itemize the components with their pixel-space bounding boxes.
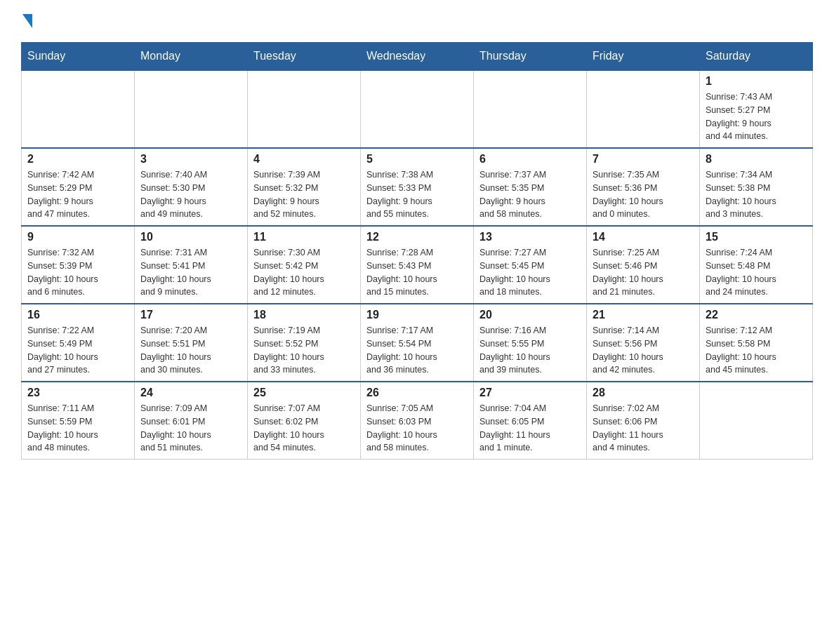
calendar-cell: 8Sunrise: 7:34 AM Sunset: 5:38 PM Daylig…	[700, 148, 813, 226]
calendar-cell: 5Sunrise: 7:38 AM Sunset: 5:33 PM Daylig…	[361, 148, 474, 226]
calendar-cell	[135, 70, 248, 148]
calendar-cell: 4Sunrise: 7:39 AM Sunset: 5:32 PM Daylig…	[248, 148, 361, 226]
calendar-cell	[700, 382, 813, 459]
day-info: Sunrise: 7:19 AM Sunset: 5:52 PM Dayligh…	[253, 324, 355, 377]
calendar-cell: 2Sunrise: 7:42 AM Sunset: 5:29 PM Daylig…	[22, 148, 135, 226]
calendar-cell	[22, 70, 135, 148]
weekday-header-wednesday: Wednesday	[361, 43, 474, 71]
day-number: 18	[253, 309, 355, 321]
weekday-header-tuesday: Tuesday	[248, 43, 361, 71]
calendar-cell: 18Sunrise: 7:19 AM Sunset: 5:52 PM Dayli…	[248, 304, 361, 382]
day-info: Sunrise: 7:05 AM Sunset: 6:03 PM Dayligh…	[366, 402, 468, 455]
day-number: 24	[140, 387, 241, 399]
weekday-header-row: SundayMondayTuesdayWednesdayThursdayFrid…	[22, 43, 813, 71]
weekday-header-saturday: Saturday	[700, 43, 813, 71]
day-number: 3	[140, 153, 241, 166]
calendar-cell: 12Sunrise: 7:28 AM Sunset: 5:43 PM Dayli…	[361, 226, 474, 304]
calendar-cell: 10Sunrise: 7:31 AM Sunset: 5:41 PM Dayli…	[135, 226, 248, 304]
calendar-cell: 19Sunrise: 7:17 AM Sunset: 5:54 PM Dayli…	[361, 304, 474, 382]
logo-arrow-icon	[22, 14, 32, 28]
day-info: Sunrise: 7:09 AM Sunset: 6:01 PM Dayligh…	[140, 402, 241, 455]
day-number: 17	[140, 309, 241, 321]
day-info: Sunrise: 7:34 AM Sunset: 5:38 PM Dayligh…	[706, 168, 807, 221]
day-number: 14	[593, 231, 694, 243]
day-info: Sunrise: 7:22 AM Sunset: 5:49 PM Dayligh…	[27, 324, 128, 377]
calendar-cell: 13Sunrise: 7:27 AM Sunset: 5:45 PM Dayli…	[474, 226, 587, 304]
day-info: Sunrise: 7:25 AM Sunset: 5:46 PM Dayligh…	[593, 246, 694, 299]
calendar-cell: 11Sunrise: 7:30 AM Sunset: 5:42 PM Dayli…	[248, 226, 361, 304]
calendar-table: SundayMondayTuesdayWednesdayThursdayFrid…	[21, 42, 813, 459]
calendar-week-4: 16Sunrise: 7:22 AM Sunset: 5:49 PM Dayli…	[22, 304, 813, 382]
day-number: 8	[706, 153, 807, 166]
calendar-week-1: 1Sunrise: 7:43 AM Sunset: 5:27 PM Daylig…	[22, 70, 813, 148]
calendar-cell	[248, 70, 361, 148]
weekday-header-sunday: Sunday	[22, 43, 135, 71]
day-info: Sunrise: 7:42 AM Sunset: 5:29 PM Dayligh…	[27, 168, 128, 221]
calendar-week-3: 9Sunrise: 7:32 AM Sunset: 5:39 PM Daylig…	[22, 226, 813, 304]
calendar-cell: 3Sunrise: 7:40 AM Sunset: 5:30 PM Daylig…	[135, 148, 248, 226]
day-number: 26	[366, 387, 468, 399]
day-number: 6	[479, 153, 581, 166]
calendar-cell: 22Sunrise: 7:12 AM Sunset: 5:58 PM Dayli…	[700, 304, 813, 382]
day-info: Sunrise: 7:27 AM Sunset: 5:45 PM Dayligh…	[479, 246, 581, 299]
calendar-cell: 28Sunrise: 7:02 AM Sunset: 6:06 PM Dayli…	[587, 382, 700, 459]
day-info: Sunrise: 7:12 AM Sunset: 5:58 PM Dayligh…	[706, 324, 807, 377]
day-number: 11	[253, 231, 355, 243]
calendar-cell	[474, 70, 587, 148]
calendar-cell: 1Sunrise: 7:43 AM Sunset: 5:27 PM Daylig…	[700, 70, 813, 148]
day-info: Sunrise: 7:28 AM Sunset: 5:43 PM Dayligh…	[366, 246, 468, 299]
day-info: Sunrise: 7:35 AM Sunset: 5:36 PM Dayligh…	[593, 168, 694, 221]
day-number: 1	[706, 75, 807, 88]
calendar-cell: 15Sunrise: 7:24 AM Sunset: 5:48 PM Dayli…	[700, 226, 813, 304]
day-number: 5	[366, 153, 468, 166]
day-number: 15	[706, 231, 807, 243]
day-info: Sunrise: 7:20 AM Sunset: 5:51 PM Dayligh…	[140, 324, 241, 377]
day-number: 16	[27, 309, 128, 321]
day-number: 20	[479, 309, 581, 321]
day-number: 28	[593, 387, 694, 399]
calendar-cell: 20Sunrise: 7:16 AM Sunset: 5:55 PM Dayli…	[474, 304, 587, 382]
day-info: Sunrise: 7:24 AM Sunset: 5:48 PM Dayligh…	[706, 246, 807, 299]
day-info: Sunrise: 7:38 AM Sunset: 5:33 PM Dayligh…	[366, 168, 468, 221]
page-header	[21, 14, 813, 28]
day-number: 7	[593, 153, 694, 166]
day-info: Sunrise: 7:04 AM Sunset: 6:05 PM Dayligh…	[479, 402, 581, 455]
day-info: Sunrise: 7:02 AM Sunset: 6:06 PM Dayligh…	[593, 402, 694, 455]
calendar-week-5: 23Sunrise: 7:11 AM Sunset: 5:59 PM Dayli…	[22, 382, 813, 459]
day-number: 23	[27, 387, 128, 399]
calendar-cell	[361, 70, 474, 148]
day-info: Sunrise: 7:39 AM Sunset: 5:32 PM Dayligh…	[253, 168, 355, 221]
calendar-cell: 24Sunrise: 7:09 AM Sunset: 6:01 PM Dayli…	[135, 382, 248, 459]
day-number: 21	[593, 309, 694, 321]
calendar-cell: 6Sunrise: 7:37 AM Sunset: 5:35 PM Daylig…	[474, 148, 587, 226]
day-info: Sunrise: 7:43 AM Sunset: 5:27 PM Dayligh…	[706, 90, 807, 143]
calendar-cell: 27Sunrise: 7:04 AM Sunset: 6:05 PM Dayli…	[474, 382, 587, 459]
calendar-cell: 9Sunrise: 7:32 AM Sunset: 5:39 PM Daylig…	[22, 226, 135, 304]
day-info: Sunrise: 7:07 AM Sunset: 6:02 PM Dayligh…	[253, 402, 355, 455]
day-number: 9	[27, 231, 128, 243]
calendar-cell: 17Sunrise: 7:20 AM Sunset: 5:51 PM Dayli…	[135, 304, 248, 382]
calendar-week-2: 2Sunrise: 7:42 AM Sunset: 5:29 PM Daylig…	[22, 148, 813, 226]
day-info: Sunrise: 7:14 AM Sunset: 5:56 PM Dayligh…	[593, 324, 694, 377]
day-info: Sunrise: 7:31 AM Sunset: 5:41 PM Dayligh…	[140, 246, 241, 299]
day-number: 19	[366, 309, 468, 321]
day-info: Sunrise: 7:30 AM Sunset: 5:42 PM Dayligh…	[253, 246, 355, 299]
day-number: 22	[706, 309, 807, 321]
day-info: Sunrise: 7:11 AM Sunset: 5:59 PM Dayligh…	[27, 402, 128, 455]
calendar-cell: 21Sunrise: 7:14 AM Sunset: 5:56 PM Dayli…	[587, 304, 700, 382]
calendar-cell: 26Sunrise: 7:05 AM Sunset: 6:03 PM Dayli…	[361, 382, 474, 459]
day-info: Sunrise: 7:16 AM Sunset: 5:55 PM Dayligh…	[479, 324, 581, 377]
day-number: 13	[479, 231, 581, 243]
day-info: Sunrise: 7:32 AM Sunset: 5:39 PM Dayligh…	[27, 246, 128, 299]
day-number: 2	[27, 153, 128, 166]
weekday-header-monday: Monday	[135, 43, 248, 71]
day-number: 12	[366, 231, 468, 243]
calendar-cell	[587, 70, 700, 148]
logo	[21, 14, 32, 28]
calendar-cell: 14Sunrise: 7:25 AM Sunset: 5:46 PM Dayli…	[587, 226, 700, 304]
calendar-cell: 25Sunrise: 7:07 AM Sunset: 6:02 PM Dayli…	[248, 382, 361, 459]
calendar-cell: 16Sunrise: 7:22 AM Sunset: 5:49 PM Dayli…	[22, 304, 135, 382]
day-number: 4	[253, 153, 355, 166]
day-info: Sunrise: 7:40 AM Sunset: 5:30 PM Dayligh…	[140, 168, 241, 221]
weekday-header-thursday: Thursday	[474, 43, 587, 71]
